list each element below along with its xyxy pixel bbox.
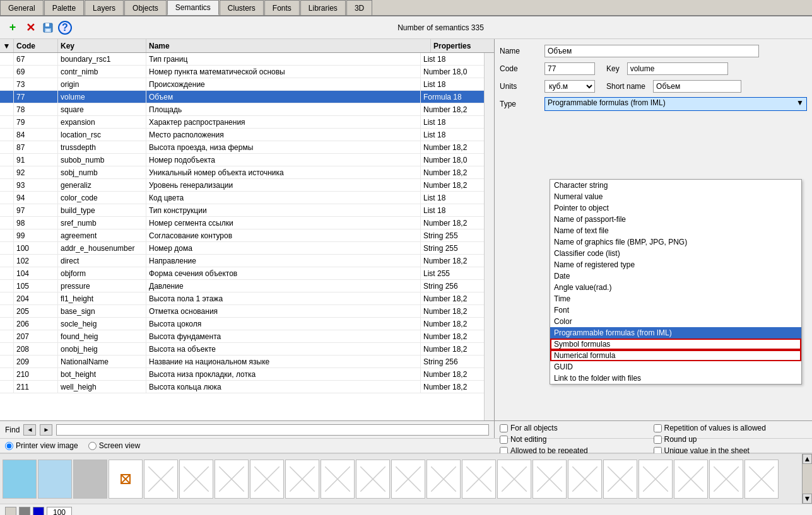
find-prev-button[interactable]: ◄ (23, 424, 36, 436)
properties-header[interactable]: Properties (431, 39, 494, 52)
image-cell[interactable] (3, 460, 37, 499)
tab-fonts[interactable]: Fonts (264, 0, 300, 15)
name-header[interactable]: Name (146, 39, 431, 52)
table-row[interactable]: 205 base_sign Отметка основания Number 1… (0, 305, 484, 318)
tab-libraries[interactable]: Libraries (300, 0, 346, 15)
image-cell[interactable] (109, 460, 143, 499)
dropdown-item[interactable]: Classifier code (list) (550, 248, 801, 259)
save-button[interactable] (40, 20, 56, 35)
dropdown-item[interactable]: Symbol formulas (550, 339, 801, 350)
image-cell[interactable] (285, 460, 319, 499)
shortname-input[interactable] (653, 80, 741, 93)
find-input[interactable] (56, 424, 489, 436)
color-box-2[interactable] (19, 507, 30, 516)
color-box-3[interactable] (33, 507, 44, 516)
image-cell[interactable] (674, 460, 708, 499)
table-row[interactable]: 84 location_rsc Место расположения List … (0, 129, 484, 141)
image-cell[interactable] (462, 460, 496, 499)
table-row[interactable]: 78 square Площадь Number 18,2 (0, 103, 484, 116)
image-cell[interactable] (321, 460, 355, 499)
image-cell[interactable] (427, 460, 461, 499)
table-row[interactable]: 87 trussdepth Высота проезда, низа фермы… (0, 141, 484, 154)
dropdown-item[interactable]: Link to the folder with files (550, 373, 801, 384)
add-button[interactable]: + (5, 20, 20, 35)
type-dropdown[interactable]: Programmable formulas (from IML) ▼ (544, 97, 807, 111)
key-header[interactable]: Key (58, 39, 146, 52)
image-cell[interactable] (709, 460, 743, 499)
table-scrollbar[interactable] (484, 53, 494, 420)
table-row[interactable]: 67 boundary_rsc1 Тип границ List 18 (0, 53, 484, 66)
checkbox[interactable] (500, 424, 508, 432)
table-row[interactable]: 91 subob_numb Номер подобъекта Number 18… (0, 154, 484, 166)
table-row[interactable]: 211 well_heigh Высота кольца люка Number… (0, 381, 484, 393)
dropdown-item[interactable]: Name of text file (550, 225, 801, 236)
tab-semantics[interactable]: Semantics (167, 0, 219, 15)
image-cell[interactable] (38, 460, 72, 499)
table-row[interactable]: 97 build_type Тип конструкции List 18 (0, 204, 484, 217)
image-cell[interactable] (638, 460, 673, 499)
dropdown-item[interactable]: Name of passport-file (550, 214, 801, 225)
table-row[interactable]: 206 socle_heig Высота цоколя Number 18,2 (0, 318, 484, 330)
image-cell[interactable] (391, 460, 425, 499)
key-input[interactable] (627, 62, 728, 75)
image-cell[interactable] (497, 460, 531, 499)
table-row[interactable]: 79 expansion Характер распространения Li… (0, 116, 484, 129)
table-row[interactable]: 102 direct Направление Number 18,2 (0, 255, 484, 267)
table-row[interactable]: 208 onobj_heig Высота на объекте Number … (0, 343, 484, 356)
tab-general[interactable]: General (0, 0, 44, 15)
dropdown-item[interactable]: Font (550, 304, 801, 316)
find-next-button[interactable]: ► (40, 424, 52, 436)
delete-button[interactable]: ✕ (23, 20, 38, 35)
image-cell[interactable] (179, 460, 213, 499)
dropdown-item[interactable]: Character string (550, 180, 801, 191)
tab-3d[interactable]: 3D (346, 0, 372, 15)
image-cell[interactable] (568, 460, 602, 499)
image-cell[interactable] (744, 460, 779, 499)
checkbox-row[interactable]: Not editing (500, 435, 654, 444)
table-row[interactable]: 77 volume Объем Formula 18 (0, 91, 484, 103)
dropdown-item[interactable]: Color (550, 316, 801, 327)
image-cell[interactable] (533, 460, 567, 499)
dropdown-item[interactable]: Numerical formula (550, 350, 801, 361)
dropdown-item[interactable]: Programmable formulas (from IML) (550, 327, 801, 339)
tab-objects[interactable]: Objects (124, 0, 167, 15)
image-cell[interactable] (144, 460, 178, 499)
image-scroll-up[interactable]: ▲ (803, 454, 812, 464)
color-box-1[interactable] (5, 507, 16, 516)
table-row[interactable]: 209 NationalName Название на национально… (0, 356, 484, 368)
table-row[interactable]: 210 bot_height Высота низа прокладки, ло… (0, 368, 484, 381)
table-row[interactable]: 98 sref_numb Номер сегмента ссылки Numbe… (0, 217, 484, 229)
code-header[interactable]: Code (14, 39, 58, 52)
checkbox[interactable] (654, 424, 662, 432)
image-cell[interactable] (356, 460, 390, 499)
screen-view-radio[interactable] (88, 442, 97, 450)
table-row[interactable]: 104 objform Форма сечения объектов List … (0, 267, 484, 280)
table-row[interactable]: 92 sobj_numb Уникальный номер объекта ис… (0, 166, 484, 179)
tab-layers[interactable]: Layers (85, 0, 124, 15)
checkbox-row[interactable]: For all objects (500, 424, 654, 432)
help-button[interactable]: ? (58, 21, 72, 35)
checkbox[interactable] (654, 436, 662, 444)
zoom-input[interactable]: 100 (47, 507, 72, 516)
dropdown-item[interactable]: GUID (550, 361, 801, 373)
image-cell[interactable] (215, 460, 249, 499)
units-select[interactable]: куб.м (544, 80, 595, 93)
table-row[interactable]: 100 addr_e_housenumber Номер дома String… (0, 242, 484, 255)
tab-clusters[interactable]: Clusters (220, 0, 264, 15)
checkbox-row[interactable]: Round up (654, 435, 808, 444)
checkbox[interactable] (500, 436, 508, 444)
sort-header[interactable]: ▼ (0, 39, 14, 52)
dropdown-item[interactable]: Time (550, 293, 801, 304)
screen-view-label[interactable]: Screen view (88, 441, 140, 450)
table-row[interactable]: 99 agreement Согласование контуров Strin… (0, 229, 484, 242)
tab-palette[interactable]: Palette (44, 0, 84, 15)
table-row[interactable]: 204 fl1_height Высота пола 1 этажа Numbe… (0, 292, 484, 305)
image-cell[interactable] (250, 460, 284, 499)
dropdown-item[interactable]: Date (550, 270, 801, 282)
table-row[interactable]: 105 pressure Давление String 256 (0, 280, 484, 292)
table-row[interactable]: 69 contr_nimb Номер пункта математическо… (0, 66, 484, 78)
table-row[interactable]: 73 origin Происхождение List 18 (0, 78, 484, 91)
printer-view-label[interactable]: Printer view image (5, 441, 78, 450)
checkbox-row[interactable]: Repetition of values is allowed (654, 424, 808, 432)
dropdown-item[interactable]: Pointer to object (550, 202, 801, 214)
